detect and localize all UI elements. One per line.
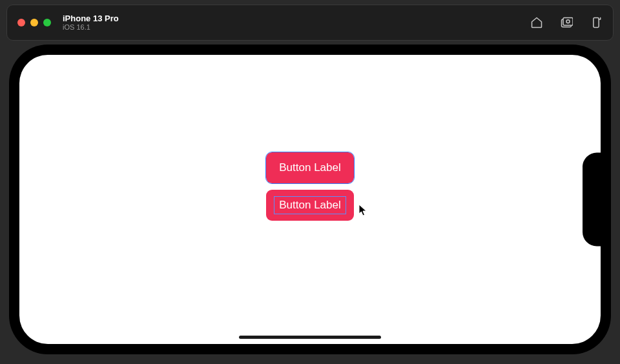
simulator-area: Button Label Button Label: [9, 45, 611, 354]
rotate-icon[interactable]: [590, 16, 603, 29]
device-notch: [583, 153, 601, 247]
home-icon[interactable]: [530, 16, 543, 29]
toolbar-left: iPhone 13 Pro iOS 16.1: [17, 14, 119, 32]
app-button-2-label: Button Label: [279, 199, 340, 211]
app-content: Button Label Button Label: [19, 55, 601, 344]
device-screen[interactable]: Button Label Button Label: [19, 55, 601, 344]
close-window-button[interactable]: [17, 19, 25, 26]
svg-rect-3: [594, 18, 599, 28]
window-controls: [17, 19, 51, 26]
minimize-window-button[interactable]: [30, 19, 38, 26]
app-button-1[interactable]: Button Label: [266, 152, 353, 183]
app-button-1-label: Button Label: [279, 161, 340, 174]
device-name-label: iPhone 13 Pro: [63, 14, 119, 24]
device-info: iPhone 13 Pro iOS 16.1: [63, 14, 119, 32]
toolbar-right: [530, 16, 603, 29]
device-frame: Button Label Button Label: [9, 45, 611, 354]
device-os-label: iOS 16.1: [63, 23, 119, 32]
app-button-2[interactable]: Button Label: [266, 190, 353, 221]
screenshot-icon[interactable]: [560, 16, 573, 29]
home-indicator[interactable]: [239, 336, 381, 339]
fullscreen-window-button[interactable]: [43, 19, 51, 26]
svg-rect-1: [563, 18, 573, 26]
simulator-toolbar: iPhone 13 Pro iOS 16.1: [6, 5, 614, 41]
